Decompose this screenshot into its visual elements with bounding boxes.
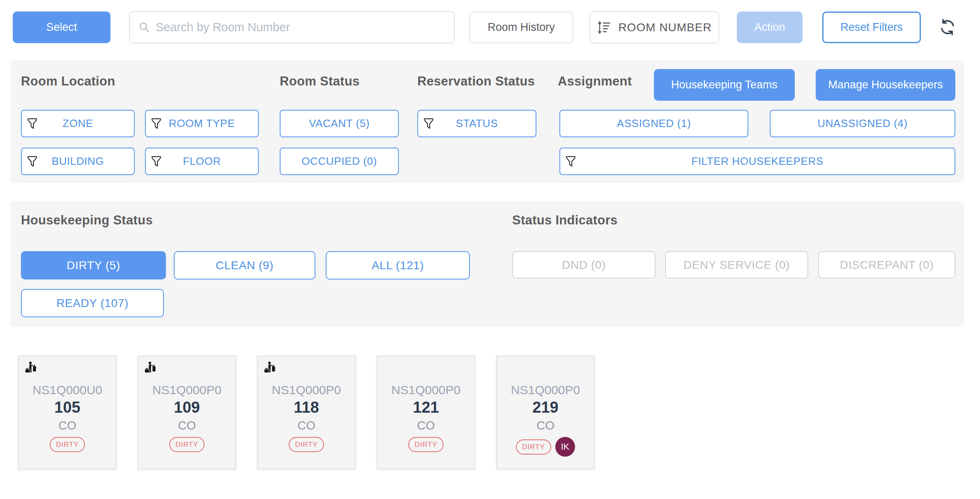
reservation-status-code: CO bbox=[377, 417, 474, 434]
dirty-status-badge: DIRTY bbox=[169, 437, 205, 452]
room-number: 118 bbox=[258, 397, 355, 417]
hk-status-all-button[interactable]: ALL (121) bbox=[326, 251, 470, 280]
room-card-109[interactable]: NS1Q000P0 109 CO DIRTY bbox=[138, 356, 236, 469]
refresh-icon bbox=[939, 18, 956, 36]
filter-funnel-icon bbox=[27, 155, 37, 168]
filter-vacant-button[interactable]: VACANT (5) bbox=[280, 110, 399, 137]
sort-selector[interactable]: ROOM NUMBER bbox=[589, 11, 719, 44]
filter-assigned-button[interactable]: ASSIGNED (1) bbox=[559, 110, 748, 137]
action-button[interactable]: Action bbox=[737, 12, 803, 43]
room-history-button[interactable]: Room History bbox=[469, 12, 573, 43]
room-type-code: NS1Q000U0 bbox=[19, 383, 116, 397]
badge-row: DIRTY bbox=[19, 437, 116, 452]
badge-row: DIRTY bbox=[258, 437, 355, 452]
filter-reservation-status-button[interactable]: STATUS bbox=[417, 110, 536, 137]
room-number: 219 bbox=[497, 397, 594, 417]
housekeeper-badge: IK bbox=[555, 437, 575, 457]
room-type-code: NS1Q000P0 bbox=[497, 383, 594, 397]
filter-unassigned-button[interactable]: UNASSIGNED (4) bbox=[770, 110, 955, 137]
indicator-deny-service-button[interactable]: DENY SERVICE (0) bbox=[665, 251, 808, 279]
room-status-title: Room Status bbox=[280, 74, 359, 89]
filter-floor-button[interactable]: FLOOR bbox=[145, 148, 259, 175]
room-number: 109 bbox=[138, 397, 235, 417]
room-location-title: Room Location bbox=[21, 74, 115, 89]
reservation-status-code: CO bbox=[497, 417, 594, 434]
indicator-discrepant-button[interactable]: DISCREPANT (0) bbox=[818, 251, 955, 279]
dirty-status-badge: DIRTY bbox=[408, 437, 444, 452]
status-indicators-title: Status Indicators bbox=[512, 213, 618, 228]
room-card-118[interactable]: NS1Q000P0 118 CO DIRTY bbox=[257, 356, 356, 469]
manage-housekeepers-button[interactable]: Manage Housekeepers bbox=[816, 69, 955, 101]
reservation-status-code: CO bbox=[19, 417, 116, 434]
dirty-status-badge: DIRTY bbox=[516, 439, 551, 455]
room-card-105[interactable]: NS1Q000U0 105 CO DIRTY bbox=[18, 356, 117, 469]
reset-filters-button[interactable]: Reset Filters bbox=[822, 12, 921, 43]
housekeeping-teams-button[interactable]: Housekeeping Teams bbox=[654, 69, 795, 101]
filter-funnel-icon bbox=[423, 117, 434, 130]
indicator-dnd-button[interactable]: DND (0) bbox=[512, 251, 656, 279]
filter-funnel-icon bbox=[151, 117, 161, 130]
badge-row: DIRTY bbox=[138, 437, 235, 452]
reservation-status-title: Reservation Status bbox=[417, 74, 535, 89]
room-type-code: NS1Q000P0 bbox=[377, 383, 474, 397]
filter-room-type-button[interactable]: ROOM TYPE bbox=[145, 110, 259, 137]
filter-building-button[interactable]: BUILDING bbox=[21, 148, 135, 175]
room-number: 121 bbox=[377, 397, 474, 417]
housekeeping-status-title: Housekeeping Status bbox=[21, 213, 153, 228]
sort-label: ROOM NUMBER bbox=[618, 21, 711, 34]
room-type-code: NS1Q000P0 bbox=[258, 383, 355, 397]
room-number: 105 bbox=[19, 397, 116, 417]
search-box bbox=[129, 11, 455, 44]
sort-list-icon bbox=[597, 20, 612, 35]
assignment-title: Assignment bbox=[558, 74, 632, 89]
reservation-status-code: CO bbox=[258, 417, 355, 434]
hk-status-dirty-button[interactable]: DIRTY (5) bbox=[21, 251, 166, 280]
select-button[interactable]: Select bbox=[13, 12, 110, 43]
departing-guest-icon bbox=[144, 361, 157, 374]
badge-row: DIRTY IK bbox=[497, 437, 594, 457]
badge-row: DIRTY bbox=[377, 437, 474, 452]
search-icon bbox=[139, 22, 150, 33]
housekeeping-page: Select Room History ROOM NUMBER Action R… bbox=[0, 0, 980, 499]
search-input[interactable] bbox=[156, 21, 454, 34]
room-card-121[interactable]: NS1Q000P0 121 CO DIRTY bbox=[377, 356, 475, 469]
housekeeping-status-panel: Housekeeping Status Status Indicators DI… bbox=[10, 201, 964, 327]
room-type-code: NS1Q000P0 bbox=[138, 383, 235, 397]
filter-occupied-button[interactable]: OCCUPIED (0) bbox=[280, 148, 399, 175]
hk-status-clean-button[interactable]: CLEAN (9) bbox=[174, 251, 315, 280]
dirty-status-badge: DIRTY bbox=[50, 437, 85, 452]
room-card-219[interactable]: NS1Q000P0 219 CO DIRTY IK bbox=[496, 356, 595, 469]
dirty-status-badge: DIRTY bbox=[289, 437, 324, 452]
filter-funnel-icon bbox=[151, 155, 161, 168]
filter-zone-button[interactable]: ZONE bbox=[21, 110, 135, 137]
departing-guest-icon bbox=[264, 361, 276, 374]
filter-housekeepers-button[interactable]: FILTER HOUSEKEEPERS bbox=[559, 148, 955, 175]
reservation-status-code: CO bbox=[138, 417, 235, 434]
departing-guest-icon bbox=[25, 361, 37, 374]
filter-funnel-icon bbox=[566, 155, 576, 168]
filters-panel: Room Location Room Status Reservation St… bbox=[10, 60, 964, 183]
refresh-button[interactable] bbox=[939, 18, 956, 37]
hk-status-ready-button[interactable]: READY (107) bbox=[21, 289, 164, 317]
filter-funnel-icon bbox=[27, 117, 37, 130]
